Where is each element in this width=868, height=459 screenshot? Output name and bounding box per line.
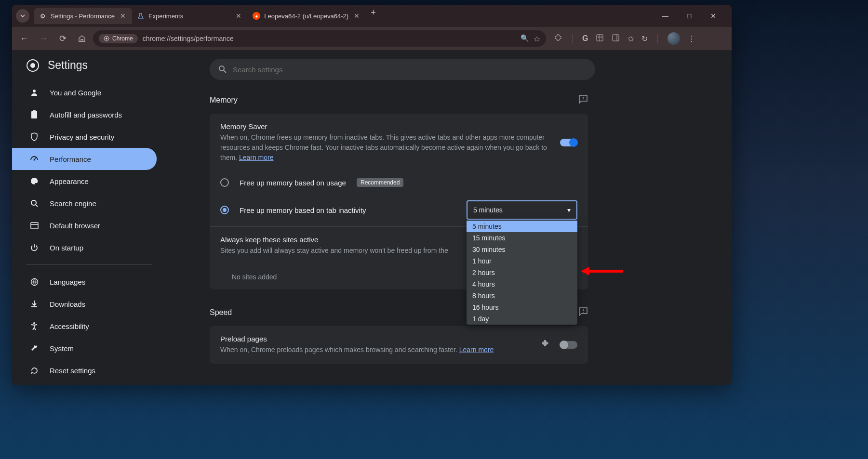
browser-window: ⚙ Settings - Performance ✕ Experiments ✕… [12,5,732,385]
radio-inactivity[interactable] [220,206,229,214]
extensions-icon[interactable] [554,33,562,44]
sidebar-item-startup[interactable]: On startup [12,236,157,259]
tab-reddit[interactable]: ● Leopeva64-2 (u/Leopeva64-2) ✕ [248,8,366,24]
radio-label: Free up memory based on usage [240,179,346,187]
svg-point-1 [106,38,107,39]
sidebar-item-autofill[interactable]: Autofill and passwords [12,104,157,126]
nav-label: You and Google [50,89,101,97]
separator [572,34,573,43]
sidebar-item-languages[interactable]: Languages [12,271,157,293]
svg-rect-8 [33,110,36,112]
close-icon[interactable]: ✕ [119,12,127,20]
new-tab-button[interactable]: + [366,8,381,24]
dropdown-item[interactable]: 8 hours [467,290,577,302]
sidebar-item-default-browser[interactable]: Default browser [12,214,157,236]
tab-strip: ⚙ Settings - Performance ✕ Experiments ✕… [34,8,651,24]
recommended-badge: Recommended [357,178,403,187]
dropdown-item[interactable]: 1 day [467,313,577,325]
nav-label: Languages [50,278,85,286]
svg-rect-11 [31,223,38,229]
tab-experiments[interactable]: Experiments ✕ [132,8,248,24]
preload-row: Preload pages When on, Chrome preloads p… [210,326,588,364]
memory-saver-row: Memory Saver When on, Chrome frees up me… [210,114,588,171]
accessibility-icon [29,322,39,330]
dropdown-item[interactable]: 1 hour [467,255,577,267]
url-text: chrome://settings/performance [143,35,234,42]
reader-icon[interactable] [596,34,604,44]
history-icon[interactable]: ↻ [641,34,648,43]
radio-usage[interactable] [220,178,229,187]
dropdown-item[interactable]: 16 hours [467,302,577,313]
close-icon[interactable]: ✕ [352,12,361,20]
sidebar-item-reset[interactable]: Reset settings [12,359,157,381]
titlebar: ⚙ Settings - Performance ✕ Experiments ✕… [12,5,732,27]
learn-more-link[interactable]: Learn more [239,154,274,161]
dropdown-item[interactable]: 5 minutes [467,221,577,232]
site-chip[interactable]: Chrome [99,34,138,43]
tab-settings[interactable]: ⚙ Settings - Performance ✕ [34,8,132,24]
google-icon[interactable]: G [582,34,588,43]
close-icon[interactable]: ✕ [234,12,243,20]
nav-label: Autofill and passwords [50,111,122,119]
reload-button[interactable]: ⟳ [54,30,71,47]
svg-point-6 [33,90,36,92]
learn-more-link[interactable]: Learn more [459,346,494,354]
home-button[interactable] [74,30,90,47]
nav-label: Appearance [50,177,89,185]
menu-button[interactable]: ⋮ [688,34,695,43]
extension-indicator-icon [540,339,550,352]
nav-label: System [50,344,74,353]
radio-inactivity-row[interactable]: Free up memory based on tab inactivity 5… [210,194,588,226]
sidebar-item-downloads[interactable]: Downloads [12,293,157,315]
search-icon [29,199,39,208]
forward-button[interactable]: → [35,30,52,47]
sidebar-item-system[interactable]: System [12,337,157,359]
inactivity-dropdown: 5 minutes 15 minutes 30 minutes 1 hour 2… [467,221,577,325]
window-controls: — □ ✕ [651,12,728,20]
gauge-icon [29,155,39,163]
nav-label: Privacy and security [50,133,114,141]
radio-usage-row[interactable]: Free up memory based on usage Recommende… [210,171,588,194]
sidebar-item-privacy[interactable]: Privacy and security [12,126,157,148]
dropdown-item[interactable]: 4 hours [467,278,577,290]
svg-point-14 [219,66,224,71]
sidepanel-icon[interactable] [612,34,620,44]
bookmark-icon[interactable]: ☆ [534,34,540,43]
close-button[interactable]: ✕ [706,12,721,20]
maximize-button[interactable]: □ [682,12,696,20]
url-box[interactable]: Chrome chrome://settings/performance 🔍 ☆ [93,30,546,47]
sidebar-item-appearance[interactable]: Appearance [12,170,157,192]
sidebar-item-performance[interactable]: Performance [12,148,157,170]
search-box[interactable] [210,59,595,80]
memory-saver-toggle[interactable] [560,139,577,146]
minimize-button[interactable]: — [658,12,672,20]
settings-header: Settings [12,59,161,81]
avatar[interactable] [668,32,680,45]
inactivity-timer-select[interactable]: 5 minutes ▾ 5 minutes 15 minutes 30 minu… [467,200,577,220]
preload-toggle[interactable] [560,341,577,349]
sidebar-item-you-and-google[interactable]: You and Google [12,81,157,104]
sidebar-item-accessibility[interactable]: Accessibility [12,315,157,337]
feedback-icon[interactable] [578,94,588,106]
setting-title: Memory Saver [220,122,550,131]
select-value: 5 minutes [473,206,503,214]
memory-section-header: Memory [210,94,588,106]
tab-title: Settings - Performance [51,13,115,20]
speed-card: Preload pages When on, Chrome preloads p… [210,326,588,364]
power-icon [29,244,39,251]
bookmarks-icon[interactable]: ✩ [628,34,634,43]
nav-label: Reset settings [50,367,95,375]
nav-label: On startup [50,244,83,252]
tab-search-button[interactable] [16,9,29,23]
dropdown-item[interactable]: 2 hours [467,267,577,278]
sidebar-item-search[interactable]: Search engine [12,192,157,214]
zoom-icon[interactable]: 🔍 [521,34,529,43]
feedback-icon[interactable] [578,307,588,318]
search-input[interactable] [233,66,587,74]
divider [27,264,152,265]
settings-content: Settings You and Google Autofill and pas… [12,50,732,385]
dropdown-item[interactable]: 30 minutes [467,244,577,255]
back-button[interactable]: ← [16,30,32,47]
dropdown-item[interactable]: 15 minutes [467,232,577,244]
toolbar-right: G ✩ ↻ ⋮ [549,32,700,45]
